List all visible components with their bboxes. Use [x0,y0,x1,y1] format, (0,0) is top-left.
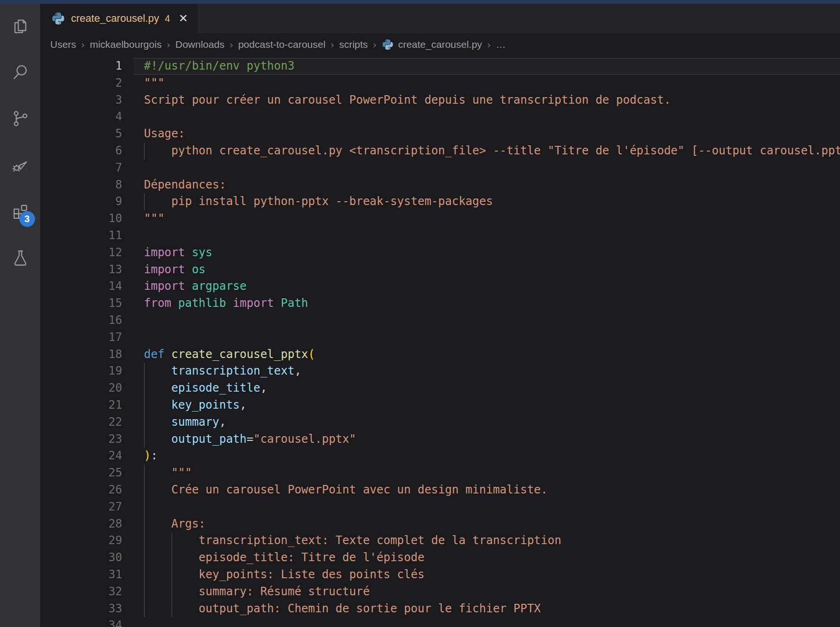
code-line[interactable]: 20 episode_title, [41,380,840,397]
line-number: 16 [41,312,134,329]
chevron-right-icon: › [373,39,377,51]
line-number: 17 [41,329,134,346]
line-number: 29 [41,532,134,549]
code-line[interactable]: 5Usage: [41,125,840,143]
activity-bar-run-debug-icon[interactable] [5,153,36,177]
breadcrumb: Users›mickaelbourgois›Downloads›podcast-… [41,33,840,56]
code-line[interactable]: 4 [41,108,840,125]
activity-bar-files-icon[interactable] [5,14,36,37]
indent-guide [171,583,172,600]
code-line-content: import os [134,261,840,278]
activity-bar-testing-icon[interactable] [5,246,36,269]
line-number: 21 [41,397,134,414]
code-line[interactable]: 22 summary, [41,414,840,431]
line-number: 14 [41,278,134,295]
code-line[interactable]: 31 key_points: Liste des points clés [41,566,840,583]
code-line[interactable]: 32 summary: Résumé structuré [41,583,840,600]
indent-guide [144,549,145,566]
code-line[interactable]: 30 episode_title: Titre de l'épisode [41,549,840,566]
code-line-content: output_path="carousel.pptx" [134,431,840,448]
activity-bar-search-icon[interactable] [5,60,36,84]
code-line[interactable]: 15from pathlib import Path [41,295,840,312]
indent-guide [144,482,145,499]
line-number: 9 [41,193,134,210]
code-line-content: key_points: Liste des points clés [134,566,840,583]
breadcrumb-item[interactable]: mickaelbourgois [90,39,162,50]
code-line-content [134,108,840,125]
code-line-content: #!/usr/bin/env python3 [134,58,840,75]
code-line[interactable]: 27 [41,499,840,516]
editor-tab-bar: create_carousel.py 4 ✕ [41,4,840,33]
code-line[interactable]: 12import sys [41,244,840,261]
code-line-content: Dépendances: [134,177,840,194]
code-line[interactable]: 13import os [41,261,840,278]
code-line[interactable]: 6 python create_carousel.py <transcripti… [41,143,840,160]
code-line[interactable]: 25 """ [41,465,840,482]
code-line-content [134,617,840,627]
line-number: 19 [41,363,134,380]
code-line[interactable]: 17 [41,329,840,346]
code-line[interactable]: 21 key_points, [41,397,840,414]
breadcrumb-item[interactable]: … [496,39,506,50]
indent-guide [144,143,145,160]
line-number: 7 [41,160,134,177]
code-line-content: episode_title, [134,380,840,397]
breadcrumb-item[interactable]: Users [50,39,76,50]
line-number: 18 [41,346,134,363]
code-line[interactable]: 7 [41,160,840,177]
code-line[interactable]: 26 Crée un carousel PowerPoint avec un d… [41,482,840,499]
code-line[interactable]: 11 [41,227,840,244]
code-line[interactable]: 19 transcription_text, [41,363,840,380]
line-number: 27 [41,499,134,516]
indent-guide [144,193,145,210]
code-line-content: pip install python-pptx --break-system-p… [134,193,840,210]
code-line[interactable]: 2""" [41,75,840,92]
line-number: 8 [41,177,134,194]
tab-create-carousel-py[interactable]: create_carousel.py 4 ✕ [41,4,197,33]
code-line-content: episode_title: Titre de l'épisode [134,549,840,566]
code-line-content: summary, [134,414,840,431]
chevron-right-icon: › [229,39,233,51]
indent-guide [144,600,145,618]
code-line[interactable]: 9 pip install python-pptx --break-system… [41,193,840,210]
code-line[interactable]: 16 [41,312,840,329]
code-line[interactable]: 3Script pour créer un carousel PowerPoin… [41,92,840,109]
activity-bar: 3 [0,4,41,627]
app-window: 3 create_carousel.py 4 ✕ Users›mickaelbo… [0,4,840,627]
indent-guide [144,431,145,448]
line-number: 13 [41,261,134,278]
line-number: 24 [41,448,134,465]
code-line[interactable]: 1#!/usr/bin/env python3 [41,58,840,75]
breadcrumb-item[interactable]: create_carousel.py [382,38,482,51]
breadcrumb-item[interactable]: scripts [339,39,368,50]
line-number: 30 [41,549,134,566]
code-line[interactable]: 18def create_carousel_pptx( [41,346,840,363]
line-number: 25 [41,465,134,482]
code-line[interactable]: 23 output_path="carousel.pptx" [41,431,840,448]
code-line-content: transcription_text: Texte complet de la … [134,532,840,549]
code-line[interactable]: 8Dépendances: [41,177,840,194]
line-number: 4 [41,108,134,125]
activity-bar-extensions-icon[interactable]: 3 [5,199,36,223]
line-number: 32 [41,583,134,600]
code-line[interactable]: 28 Args: [41,516,840,533]
main-area: create_carousel.py 4 ✕ Users›mickaelbour… [41,4,840,627]
code-line-content: Script pour créer un carousel PowerPoint… [134,92,840,109]
code-line[interactable]: 29 transcription_text: Texte complet de … [41,532,840,549]
code-line[interactable]: 10""" [41,210,840,227]
close-icon[interactable]: ✕ [179,13,188,24]
line-number: 22 [41,414,134,431]
code-line[interactable]: 14import argparse [41,278,840,295]
line-number: 3 [41,92,134,109]
code-editor[interactable]: 1#!/usr/bin/env python32"""3Script pour … [41,56,840,627]
code-line-content: """ [134,465,840,482]
code-line-content: python create_carousel.py <transcription… [134,143,840,160]
line-number: 5 [41,125,134,143]
indent-guide [144,414,145,431]
code-line[interactable]: 24): [41,448,840,465]
code-line[interactable]: 34 [41,617,840,627]
code-line[interactable]: 33 output_path: Chemin de sortie pour le… [41,600,840,618]
breadcrumb-item[interactable]: podcast-to-carousel [238,39,325,50]
activity-bar-source-control-icon[interactable] [5,107,36,130]
breadcrumb-item[interactable]: Downloads [175,39,224,50]
